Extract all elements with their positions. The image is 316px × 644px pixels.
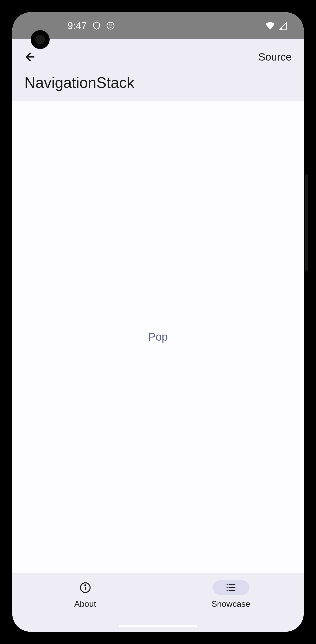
status-bar: 9:47 — [12, 12, 304, 39]
content-area: Pop — [12, 101, 304, 573]
info-icon — [80, 582, 91, 593]
source-link[interactable]: Source — [258, 51, 294, 63]
home-indicator[interactable] — [119, 625, 197, 627]
nav-item-about[interactable]: About — [12, 580, 158, 609]
pop-button[interactable]: Pop — [138, 325, 178, 348]
list-icon — [225, 582, 237, 593]
camera-cutout — [31, 30, 50, 49]
signal-icon — [278, 22, 288, 30]
nav-label-about: About — [74, 599, 96, 609]
svg-rect-9 — [228, 587, 235, 588]
back-button[interactable] — [22, 49, 39, 65]
arrow-left-icon — [24, 51, 36, 63]
page-title: NavigationStack — [22, 74, 294, 91]
svg-point-5 — [85, 585, 86, 586]
nav-item-showcase[interactable]: Showcase — [158, 580, 304, 609]
svg-rect-6 — [227, 584, 228, 585]
svg-point-2 — [111, 24, 112, 25]
svg-point-1 — [109, 24, 110, 25]
shield-icon — [92, 21, 101, 30]
svg-rect-7 — [228, 584, 235, 585]
svg-rect-8 — [227, 587, 228, 588]
status-time: 9:47 — [67, 20, 87, 31]
bottom-navigation: About Showcase — [12, 573, 304, 632]
svg-point-0 — [107, 22, 114, 29]
nav-label-showcase: Showcase — [212, 599, 250, 609]
app-bar: Source NavigationStack — [12, 39, 304, 101]
svg-rect-11 — [228, 590, 235, 591]
wifi-icon — [265, 22, 275, 30]
svg-rect-10 — [227, 590, 228, 591]
face-icon — [106, 22, 115, 30]
